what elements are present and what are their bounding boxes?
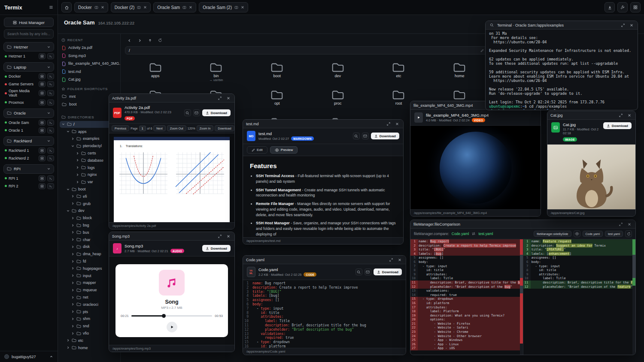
chevron-down-icon[interactable]: [61, 122, 65, 126]
chevron-right-icon[interactable]: [71, 194, 75, 198]
diff-pane-left[interactable]: 1name: Bug report2description: Create a …: [410, 239, 523, 355]
host-item[interactable]: Oracle Sam: [3, 120, 54, 126]
file-grid-folder[interactable]: bin → usr/bin: [186, 60, 247, 85]
diff-minimap-left[interactable]: [520, 239, 523, 355]
eye-icon[interactable]: [574, 230, 580, 237]
terminal-icon[interactable]: [47, 73, 54, 79]
recent-file[interactable]: Activity 2a.pdf: [58, 44, 120, 52]
chevron-down-icon[interactable]: [66, 130, 70, 133]
host-item[interactable]: RPI 2: [3, 183, 54, 189]
expand-icon[interactable]: [618, 221, 624, 227]
search-icon[interactable]: [355, 268, 362, 275]
sidebar-collapse-icon[interactable]: [49, 6, 53, 9]
chevron-right-icon[interactable]: [71, 259, 75, 263]
terminal-icon[interactable]: [47, 175, 54, 181]
close-icon[interactable]: [225, 233, 231, 239]
user-row[interactable]: bugattiguy527: [0, 351, 58, 362]
mail-icon[interactable]: [365, 268, 371, 275]
chevron-right-icon[interactable]: [66, 338, 70, 342]
file-manager-icon[interactable]: [39, 175, 46, 181]
host-group-header[interactable]: Hetzner: [3, 42, 54, 51]
close-icon[interactable]: [225, 95, 231, 101]
right-file-button[interactable]: test.yaml: [605, 231, 623, 237]
chevron-right-icon[interactable]: [71, 302, 75, 306]
terminal-icon[interactable]: [47, 53, 54, 59]
chevron-right-icon[interactable]: [71, 216, 75, 220]
host-item[interactable]: RackNerd 1: [3, 148, 54, 154]
page-number-input[interactable]: [139, 126, 146, 131]
file-manager-icon[interactable]: [39, 81, 46, 87]
chevron-right-icon[interactable]: [71, 230, 75, 234]
download-button[interactable]: Download: [603, 122, 632, 129]
terminal-output[interactable]: on 31 Ma For more details see: https://u…: [486, 30, 638, 110]
markdown-preview[interactable]: Features SSH Terminal Access - Full-feat…: [243, 156, 403, 237]
chevron-right-icon[interactable]: [71, 310, 75, 314]
session-tab[interactable]: Oracle Sam: [153, 2, 196, 12]
host-item[interactable]: Hetzner 1: [3, 53, 54, 59]
admin-tools-icon[interactable]: [617, 2, 628, 12]
terminal-icon[interactable]: [47, 148, 54, 154]
terminal-icon[interactable]: [47, 127, 54, 133]
session-tab[interactable]: Docker (2): [111, 2, 151, 12]
file-grid-folder[interactable]: proc: [307, 87, 368, 113]
window-titlebar[interactable]: Activity 2a.pdf: [109, 94, 234, 103]
split-icon[interactable]: [137, 6, 141, 9]
chevron-right-icon[interactable]: [71, 317, 75, 321]
search-icon[interactable]: [353, 133, 360, 139]
chevron-right-icon[interactable]: [71, 238, 75, 241]
side-by-side-button[interactable]: fileManager.sideBySide: [534, 231, 571, 237]
file-manager-icon[interactable]: [39, 148, 46, 154]
host-group-header[interactable]: Laptop: [3, 62, 54, 72]
chevron-right-icon[interactable]: [71, 324, 75, 328]
close-icon[interactable]: [397, 257, 403, 263]
chevron-right-icon[interactable]: [71, 202, 75, 205]
terminal-icon[interactable]: [47, 183, 54, 189]
window-titlebar[interactable]: Song.mp3: [109, 232, 234, 241]
left-file-button[interactable]: Code.yaml: [583, 231, 603, 237]
chevron-right-icon[interactable]: [76, 173, 79, 177]
close-icon[interactable]: [143, 6, 147, 9]
seek-slider[interactable]: [131, 315, 212, 317]
close-icon[interactable]: [626, 221, 632, 227]
download-button[interactable]: Download: [202, 109, 231, 116]
window-titlebar[interactable]: Terminal · Oracle Sam:/apps/examples: [486, 21, 638, 30]
split-icon[interactable]: [182, 6, 186, 9]
recent-file[interactable]: Song.mp3: [58, 52, 120, 60]
search-icon[interactable]: [489, 22, 495, 28]
download-button[interactable]: Download: [202, 245, 231, 252]
host-group-header[interactable]: RPI: [3, 164, 54, 174]
diff-minimap-right[interactable]: [632, 239, 635, 355]
close-icon[interactable]: [241, 6, 244, 9]
refresh-icon[interactable]: [156, 36, 164, 44]
tab-edit[interactable]: Edit: [247, 146, 267, 154]
chevron-right-icon[interactable]: [71, 223, 75, 227]
window-titlebar[interactable]: Code.yaml: [243, 256, 406, 264]
file-grid-folder[interactable]: boot: [246, 60, 307, 85]
close-icon[interactable]: [101, 6, 104, 9]
pdf-page-view[interactable]: 1. Translations:: [109, 133, 234, 222]
expand-icon[interactable]: [620, 22, 626, 28]
chevron-right-icon[interactable]: [71, 252, 75, 256]
terminal-icon[interactable]: [47, 120, 54, 126]
expand-icon[interactable]: [217, 95, 223, 101]
window-titlebar[interactable]: Cat.jpg: [547, 111, 635, 120]
file-manager-icon[interactable]: [39, 53, 46, 59]
diff-pane-right[interactable]: 1name: Feature request2description: Sugg…: [523, 239, 636, 355]
expand-icon[interactable]: [386, 121, 392, 127]
chevron-right-icon[interactable]: [66, 346, 70, 350]
play-button[interactable]: [167, 322, 177, 332]
slider-knob[interactable]: [162, 314, 166, 318]
host-item[interactable]: RPI 1: [3, 175, 54, 181]
next-page-button[interactable]: Next: [153, 125, 165, 131]
image-view[interactable]: [547, 145, 635, 209]
tab-preview[interactable]: Preview: [270, 146, 298, 154]
host-item[interactable]: Oracle 1: [3, 127, 54, 133]
previous-page-button[interactable]: Previous: [112, 125, 129, 131]
host-item[interactable]: Game Servers: [3, 81, 54, 87]
file-grid-folder[interactable]: opt: [246, 87, 307, 113]
session-tab[interactable]: Docker: [74, 2, 108, 12]
close-icon[interactable]: [394, 121, 400, 127]
file-grid-folder[interactable]: etc: [368, 60, 429, 85]
forward-icon[interactable]: [135, 36, 144, 44]
refresh-icon[interactable]: [625, 230, 632, 237]
